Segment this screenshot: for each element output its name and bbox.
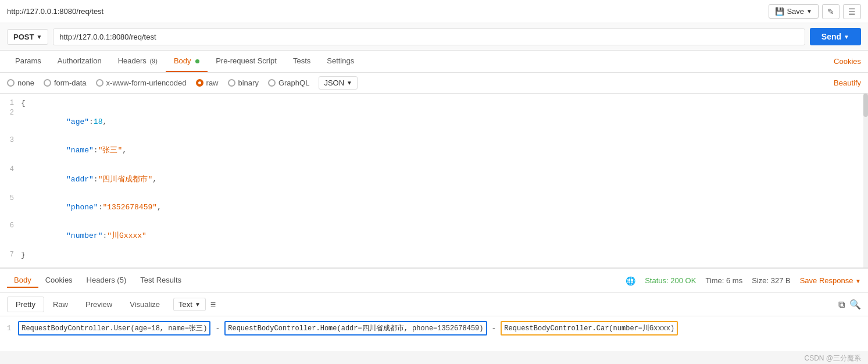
status-text: Status: 200 OK [645,276,696,285]
save-icon: 💾 [775,7,784,16]
doc-icon: ☰ [848,7,856,16]
radio-raw[interactable]: raw [196,78,219,87]
code-editor: 1 { 2 "age":18, 3 "name":"张三", 4 "addr":… [0,94,868,268]
url-input[interactable] [53,28,805,45]
send-button[interactable]: Send ▼ [810,28,861,45]
json-format-label: JSON [324,78,344,87]
tab-body[interactable]: Body [166,51,208,72]
resp-tab-headers[interactable]: Headers (5) [80,273,134,288]
tab-headers[interactable]: Headers (9) [110,51,166,72]
radio-graphql[interactable]: GraphQL [268,78,309,87]
response-section: Body Cookies Headers (5) Test Results 🌐 … [0,268,868,351]
search-button[interactable]: 🔍 [849,299,861,310]
code-line-2: 2 "age":18, [0,108,868,135]
format-bar-left: Pretty Raw Preview Visualize Text ▼ ≡ [7,297,216,312]
method-label: POST [13,33,34,41]
wrap-lines-button[interactable]: ≡ [210,299,216,310]
edit-button[interactable]: ✎ [822,4,840,19]
resp-linenum: 1 [7,324,11,333]
response-tabs: Body Cookies Headers (5) Test Results [7,273,188,288]
request-tabs-bar: Params Authorization Headers (9) Body Pr… [0,51,868,73]
fmt-tab-visualize[interactable]: Visualize [121,297,169,312]
radio-dot-none [7,79,15,87]
send-label: Send [821,32,841,41]
top-bar-actions: 💾 Save ▼ ✎ ☰ [769,4,861,19]
resp-tab-cookies[interactable]: Cookies [38,273,80,288]
response-output: 1 RequestBodyController.User(age=18, nam… [0,316,868,351]
format-tabs: Pretty Raw Preview Visualize [7,297,169,312]
radio-none[interactable]: none [7,78,34,87]
copy-button[interactable]: ⧉ [838,299,845,310]
editor-scrollbar-thumb[interactable] [863,94,868,117]
radio-dot-raw [196,79,203,87]
text-format-chevron-icon: ▼ [195,301,201,308]
request-tabs-left: Params Authorization Headers (9) Body Pr… [7,51,362,72]
beautify-button[interactable]: Beautify [834,78,861,87]
fmt-tab-preview[interactable]: Preview [77,297,121,312]
code-line-5: 5 "phone":"1352678459", [0,194,868,221]
save-response-label: Save Response [800,276,853,285]
response-line-1: 1 RequestBodyController.User(age=18, nam… [7,321,861,336]
radio-dot-graphql [268,79,276,87]
edit-icon: ✎ [827,7,834,16]
resp-tab-body[interactable]: Body [7,273,38,288]
result-box-car: RequestBodyController.Car(number=川Gxxxx) [501,321,678,336]
text-format-label: Text [178,300,192,309]
size-text: Size: 327 B [752,276,791,285]
save-label: Save [787,7,804,16]
save-response-button[interactable]: Save Response ▼ [800,276,861,285]
tab-params[interactable]: Params [7,51,49,72]
radio-binary[interactable]: binary [228,78,259,87]
send-chevron-icon: ▼ [844,34,849,40]
code-line-6: 6 "number":"川Gxxxx" [0,221,868,250]
code-line-7: 7 } [0,250,868,260]
response-status-info: 🌐 Status: 200 OK Time: 6 ms Size: 327 B … [626,276,861,286]
method-select[interactable]: POST ▼ [7,29,48,45]
time-text: Time: 6 ms [705,276,742,285]
doc-button[interactable]: ☰ [843,4,861,19]
save-chevron-icon: ▼ [806,8,812,15]
tab-authorization[interactable]: Authorization [49,51,110,72]
code-line-3: 3 "name":"张三", [0,135,868,165]
result-box-home: RequestBodyController.Home(addr=四川省成都市, … [224,321,487,336]
editor-scrollbar[interactable] [863,94,868,267]
save-response-chevron-icon: ▼ [855,278,861,284]
url-bar: POST ▼ Send ▼ [0,23,868,51]
cookies-link[interactable]: Cookies [834,57,861,66]
wrap-lines-icon: ≡ [210,299,216,309]
radio-form-data[interactable]: form-data [44,78,87,87]
radio-dot-form-data [44,79,51,87]
code-line-1: 1 { [0,98,868,108]
save-button[interactable]: 💾 Save ▼ [769,4,819,19]
tab-prerequest[interactable]: Pre-request Script [208,51,285,72]
method-chevron-icon: ▼ [36,34,42,40]
top-bar-url: http://127.0.0.1:8080/req/test [7,7,103,16]
response-format-bar: Pretty Raw Preview Visualize Text ▼ ≡ [0,293,868,316]
request-tabs-right: Cookies [834,57,861,66]
response-top-bar: Body Cookies Headers (5) Test Results 🌐 … [0,269,868,293]
body-options-left: none form-data x-www-form-urlencoded raw… [7,76,358,90]
result-box-user: RequestBodyController.User(age=18, name=… [18,321,210,336]
json-chevron-icon: ▼ [347,80,352,86]
radio-urlencoded[interactable]: x-www-form-urlencoded [96,78,187,87]
watermark: CSDN @三分魔系 [0,351,868,364]
fmt-tab-pretty[interactable]: Pretty [7,297,44,312]
json-format-select[interactable]: JSON ▼ [319,76,358,90]
tab-tests[interactable]: Tests [285,51,319,72]
tab-settings[interactable]: Settings [319,51,362,72]
globe-icon: 🌐 [626,276,635,286]
fmt-tab-raw[interactable]: Raw [44,297,77,312]
radio-dot-urlencoded [96,79,103,87]
text-format-select[interactable]: Text ▼ [173,298,206,311]
body-options-bar: none form-data x-www-form-urlencoded raw… [0,73,868,94]
copy-icon: ⧉ [838,299,845,309]
code-line-4: 4 "addr":"四川省成都市", [0,165,868,194]
resp-tab-testresults[interactable]: Test Results [133,273,188,288]
search-icon: 🔍 [849,299,861,309]
top-bar: http://127.0.0.1:8080/req/test 💾 Save ▼ … [0,0,868,23]
radio-dot-binary [228,79,235,87]
format-icons-right: ⧉ 🔍 [838,299,861,310]
